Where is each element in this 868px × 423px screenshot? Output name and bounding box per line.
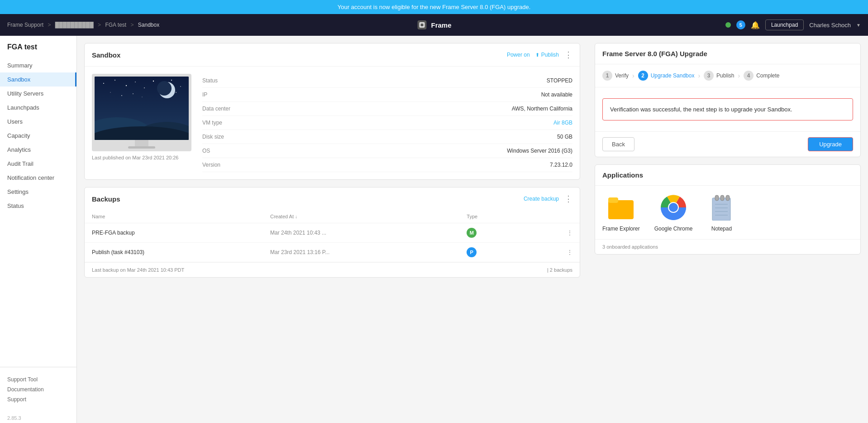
vmtype-value[interactable]: Air 8GB (248, 120, 572, 126)
upgrade-card: Frame Server 8.0 (FGA) Upgrade 1 Verify … (595, 43, 861, 157)
sidebar-item-status[interactable]: Status (0, 199, 76, 213)
version-value: 7.23.12.0 (248, 162, 572, 168)
backup-row-actions[interactable]: ⋮ (527, 223, 580, 243)
sidebar-footer-support[interactable]: Support (7, 394, 69, 404)
table-row: Publish (task #43103) Mar 23rd 2021 13:1… (85, 243, 580, 262)
info-row-disksize: Disk size 50 GB (202, 130, 572, 144)
sandbox-card-header: Sandbox Power on ⬆ Publish ⋮ (85, 43, 580, 67)
notification-badge[interactable]: 5 (736, 20, 745, 29)
top-banner: Your account is now eligible for the new… (0, 0, 868, 14)
sidebar-item-settings[interactable]: Settings (0, 185, 76, 199)
sidebar-item-label: Launchpads (7, 104, 39, 111)
verification-message-box: Verification was successful, the next st… (602, 98, 853, 120)
notepad-icon-wrapper (707, 193, 736, 222)
svg-rect-30 (712, 198, 730, 221)
svg-point-17 (176, 92, 176, 93)
svg-rect-37 (720, 195, 724, 201)
upgrade-steps: 1 Verify › 2 Upgrade Sandbox › 3 Publish… (595, 64, 860, 87)
app-item-google-chrome[interactable]: Google Chrome (654, 193, 693, 232)
upgrade-card-title: Frame Server 8.0 (FGA) Upgrade (602, 50, 707, 58)
sidebar-footer-support-tool[interactable]: Support Tool (7, 375, 69, 385)
app-item-notepad[interactable]: Notepad (707, 193, 736, 232)
header-logo: Frame (416, 19, 451, 30)
chrome-icon (661, 195, 686, 220)
svg-point-19 (157, 81, 172, 96)
sidebar-title: FGA test (0, 43, 76, 58)
backups-card-title: Backups (92, 195, 524, 203)
frame-logo-icon (416, 19, 427, 30)
step-complete: 4 Complete (744, 71, 779, 81)
sidebar-item-label: Sandbox (7, 76, 30, 83)
launchpad-button[interactable]: Launchpad (765, 19, 804, 30)
verification-message: Verification was successful, the next st… (610, 106, 792, 113)
sort-icon[interactable]: ↓ (295, 214, 297, 219)
sidebar-item-sandbox[interactable]: Sandbox (0, 72, 76, 87)
sidebar-footer-documentation[interactable]: Documentation (7, 385, 69, 394)
backups-card: Backups Create backup ⋮ Name Created At … (84, 187, 580, 278)
sidebar-item-utility-servers[interactable]: Utility Servers (0, 87, 76, 101)
sidebar-item-audit-trail[interactable]: Audit Trail (0, 157, 76, 171)
back-button[interactable]: Back (602, 137, 634, 151)
sidebar-item-analytics[interactable]: Analytics (0, 143, 76, 157)
svg-point-8 (144, 87, 145, 88)
bell-icon[interactable]: 🔔 (751, 21, 760, 29)
step-2-label: Upgrade Sandbox (651, 72, 695, 79)
backups-table: Name Created At ↓ Type PRE-FGA backup (85, 210, 580, 262)
svg-point-29 (669, 203, 678, 212)
sidebar-item-users[interactable]: Users (0, 115, 76, 129)
create-backup-button[interactable]: Create backup (524, 196, 559, 202)
sidebar-nav: Summary Sandbox Utility Servers Launchpa… (0, 58, 76, 367)
sidebar-item-summary[interactable]: Summary (0, 58, 76, 72)
breadcrumb-frame-support[interactable]: Frame Support (7, 22, 43, 28)
step-upgrade-sandbox: 2 Upgrade Sandbox (638, 71, 695, 81)
info-row-datacenter: Data center AWS, Northern California (202, 102, 572, 116)
step-3-label: Publish (716, 72, 734, 79)
notepad-icon (711, 194, 732, 221)
svg-point-13 (110, 92, 110, 92)
svg-point-14 (121, 95, 122, 96)
svg-point-9 (153, 81, 154, 82)
folder-icon (608, 196, 634, 219)
app-item-frame-explorer[interactable]: Frame Explorer (602, 193, 640, 232)
info-row-status: Status STOPPED (202, 74, 572, 88)
svg-rect-24 (608, 197, 618, 203)
backup-type: P (459, 243, 527, 262)
power-on-button[interactable]: Power on (507, 52, 530, 58)
sidebar-item-capacity[interactable]: Capacity (0, 129, 76, 143)
step-verify: 1 Verify (602, 71, 629, 81)
backup-row-actions[interactable]: ⋮ (527, 243, 580, 262)
user-name[interactable]: Charles Schoch (809, 22, 851, 29)
monitor-frame (92, 74, 191, 151)
breadcrumb: Frame Support > ██████████ > FGA test > … (7, 22, 725, 28)
sidebar-item-launchpads[interactable]: Launchpads (0, 101, 76, 115)
sandbox-body: Last published on Mar 23rd 2021 20:26 St… (85, 67, 580, 179)
sidebar-item-label: Analytics (7, 146, 31, 153)
svg-rect-2 (420, 24, 423, 26)
svg-rect-36 (715, 195, 719, 201)
sandbox-more-menu-icon[interactable]: ⋮ (564, 50, 572, 60)
step-4-label: Complete (756, 72, 779, 79)
svg-point-5 (114, 80, 115, 81)
step-sep-2: › (698, 72, 700, 79)
applications-card-title: Applications (602, 171, 643, 179)
step-sep-1: › (632, 72, 634, 79)
notepad-label: Notepad (711, 226, 732, 232)
breadcrumb-sep2: > (98, 22, 102, 28)
backups-card-footer: Last backup on Mar 24th 2021 10:43 PDT |… (85, 262, 580, 277)
upgrade-button[interactable]: Upgrade (808, 137, 853, 151)
status-label: Status (202, 77, 248, 84)
backups-more-menu-icon[interactable]: ⋮ (564, 194, 572, 204)
backup-created: Mar 23rd 2021 13:16 P... (263, 243, 459, 262)
breadcrumb-fga-test[interactable]: FGA test (105, 22, 126, 28)
publish-button[interactable]: ⬆ Publish (535, 52, 559, 58)
svg-point-12 (180, 86, 181, 87)
sandbox-info: Status STOPPED IP Not available Data cen… (202, 74, 572, 172)
apps-grid: Frame Explorer (595, 186, 860, 239)
sidebar-item-label: Settings (7, 188, 29, 195)
svg-point-16 (142, 96, 142, 97)
col-actions-header (527, 210, 580, 223)
breadcrumb-account[interactable]: ██████████ (55, 22, 94, 28)
user-chevron-icon[interactable]: ▼ (856, 23, 861, 28)
svg-point-7 (135, 82, 136, 82)
sidebar-item-notification-center[interactable]: Notification center (0, 171, 76, 185)
